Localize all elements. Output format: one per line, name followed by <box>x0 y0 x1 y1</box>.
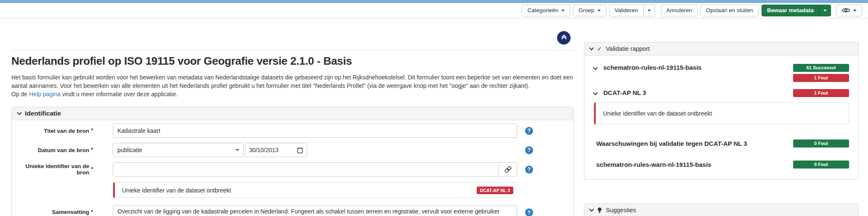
identification-section: Identificatie Titel van de bron * ? Datu… <box>11 107 574 216</box>
validation-report-body: schematron-rules-nl-19115-basis 61 Succe… <box>584 55 858 179</box>
help-icon[interactable]: ? <box>525 127 533 135</box>
rule-group-name: schematron-rules-nl-19115-basis <box>603 64 701 71</box>
required-asterisk: * <box>91 165 97 172</box>
chevron-down-icon <box>853 10 857 11</box>
check-icon: ✓ <box>597 45 602 52</box>
title-field-label: Titel van de bron <box>18 128 89 134</box>
chevron-down-icon[interactable] <box>593 65 597 70</box>
error-count-badge: 0 Fout <box>793 161 849 169</box>
chevron-down-icon <box>17 110 21 115</box>
cancel-button[interactable]: Annuleren <box>661 5 698 16</box>
chevron-down-icon <box>648 10 651 11</box>
dcat-ap-badge: DCAT-AP NL 3 <box>477 187 513 194</box>
link-icon-button[interactable] <box>499 162 517 176</box>
abstract-field-controls: Overzicht van de ligging van de kadastra… <box>113 205 517 216</box>
chevron-down-icon <box>597 10 601 11</box>
abstract-field-row: Samenvatting * Overzicht van de ligging … <box>12 205 573 216</box>
date-field-controls: publicatie 30/10/2013 <box>113 143 517 157</box>
cancel-button-label: Annuleren <box>666 7 693 13</box>
rule-group-name: DCAT-AP NL 3 <box>603 89 646 96</box>
divider <box>11 50 574 50</box>
suggestions-header[interactable]: Suggesties <box>584 204 858 216</box>
warning-group-badges: 0 Fout <box>793 161 849 169</box>
save-metadata-button-label: Bewaar metadata <box>767 7 814 13</box>
warning-group-row: schematron-rules-warn-nl-19115-basis 0 F… <box>594 161 849 169</box>
warning-group-row: Waarschuwingen bij validatie tegen DCAT-… <box>594 140 849 148</box>
error-count-badge: 0 Fout <box>793 140 849 148</box>
title-input[interactable] <box>113 124 517 138</box>
help-icon[interactable]: ? <box>525 208 533 216</box>
validate-button-label: Valideren <box>615 7 638 13</box>
chevron-down-icon <box>236 149 239 151</box>
date-field-label: Datum van de bron <box>18 147 89 153</box>
identifier-field-row: Unieke Identifier van de bron * ? <box>12 162 573 176</box>
suggestions-title: Suggesties <box>606 207 636 213</box>
eye-icon <box>841 8 850 13</box>
title-field-row: Titel van de bron * ? <box>12 124 573 138</box>
categories-button[interactable]: Categorieën <box>522 5 570 16</box>
help-link[interactable]: Help pagina <box>29 91 61 97</box>
date-field-row: Datum van de bron * publicatie 30/10/201… <box>12 143 573 157</box>
validation-report-title: Validatie rapport <box>606 45 650 52</box>
identification-section-title: Identificatie <box>25 110 61 117</box>
validation-report-header[interactable]: ✓ Validatie rapport <box>584 42 858 55</box>
date-type-select[interactable]: publicatie <box>113 143 244 157</box>
chevron-down-icon <box>561 10 565 11</box>
categories-button-label: Categorieën <box>527 7 558 13</box>
group-button-label: Groep <box>579 7 595 13</box>
identification-section-header[interactable]: Identificatie <box>12 107 573 120</box>
identifier-input[interactable] <box>113 162 499 176</box>
save-metadata-dropdown-button[interactable] <box>819 5 831 16</box>
required-asterisk: * <box>91 204 97 215</box>
validation-report-panel: ✓ Validatie rapport schematron-rules-nl-… <box>584 42 859 180</box>
lightbulb-icon <box>597 207 602 213</box>
identifier-input-group <box>113 162 517 176</box>
help-icon[interactable]: ? <box>525 146 533 154</box>
top-accent-bar <box>0 0 868 3</box>
date-value: 30/10/2013 <box>249 147 279 153</box>
validate-split-button: Valideren <box>609 5 655 16</box>
validation-error-box: Unieke Identifier van de dataset ontbree… <box>594 103 849 124</box>
date-input[interactable]: 30/10/2013 <box>245 143 307 157</box>
intro-text: Het basis formulier kan gebruikt worden … <box>11 73 577 98</box>
help-sentence-prefix: Op de <box>11 91 29 97</box>
warning-group-name: Waarschuwingen bij validatie tegen DCAT-… <box>596 140 747 147</box>
error-count-badge: 1 Fout <box>793 89 849 97</box>
chevron-down-icon <box>589 207 594 211</box>
suggestions-panel: Suggesties <box>584 203 859 216</box>
help-sentence-suffix: vindt u meer informatie over deze applic… <box>61 91 178 97</box>
view-mode-button[interactable] <box>836 5 862 16</box>
save-metadata-button[interactable]: Bewaar metadata <box>762 5 819 16</box>
identifier-error-alert: Unieke Identifier van de dataset ontbree… <box>113 182 517 198</box>
toolbar: Categorieën Groep Valideren Annuleren Op… <box>0 3 868 18</box>
help-icon[interactable]: ? <box>525 166 533 174</box>
validate-dropdown-button[interactable] <box>644 5 655 16</box>
page-title: Nederlands profiel op ISO 19115 voor Geo… <box>11 55 352 68</box>
identifier-error-message: Unieke Identifier van de dataset ontbree… <box>122 187 231 194</box>
identifier-field-label: Unieke Identifier van de bron <box>18 163 89 176</box>
title-field-controls <box>113 124 517 138</box>
metadata-editor-screen: Categorieën Groep Valideren Annuleren Op… <box>0 0 868 216</box>
save-and-close-button-label: Opslaan en sluiten <box>706 7 753 13</box>
chevron-down-icon <box>823 10 827 11</box>
collapse-all-sections-button[interactable] <box>557 31 571 45</box>
link-icon <box>503 165 513 174</box>
required-asterisk: * <box>91 146 97 153</box>
chevron-down-icon[interactable] <box>593 90 597 95</box>
success-count-badge: 61 Succesvol <box>793 64 849 72</box>
save-and-close-button[interactable]: Opslaan en sluiten <box>701 5 759 16</box>
warning-group-badges: 0 Fout <box>793 140 849 148</box>
validation-error-message: Unieke Identifier van de dataset ontbree… <box>603 110 712 117</box>
date-type-selected-value: publicatie <box>117 147 142 153</box>
group-button[interactable]: Groep <box>573 5 606 16</box>
abstract-textarea[interactable]: Overzicht van de ligging van de kadastra… <box>113 205 517 216</box>
required-asterisk: * <box>91 126 97 134</box>
identifier-field-controls <box>113 162 517 176</box>
rule-group-badges: 1 Fout <box>793 89 849 97</box>
rule-group-row: schematron-rules-nl-19115-basis 61 Succe… <box>594 64 849 82</box>
save-metadata-split-button: Bewaar metadata <box>762 5 831 16</box>
chevron-down-icon <box>589 45 594 50</box>
validate-button[interactable]: Valideren <box>609 5 644 16</box>
rule-group-badges: 61 Succesvol 1 Fout <box>793 64 849 82</box>
warning-group-name: schematron-rules-warn-nl-19115-basis <box>596 161 711 168</box>
